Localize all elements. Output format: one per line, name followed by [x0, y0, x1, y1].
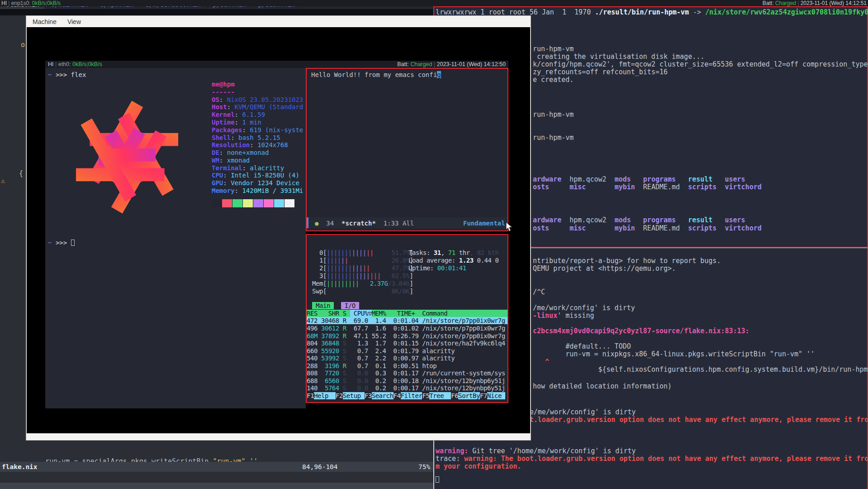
guest-emacs-major-mode: Fundamental	[463, 220, 505, 227]
guest-emacs-window[interactable]	[306, 68, 508, 231]
text-segment	[348, 257, 392, 264]
function-key-bar: F1Help F2Setup F3SearchF4FilterF5Tree F6…	[307, 392, 505, 399]
margin-glyph: o	[21, 41, 25, 49]
key-button[interactable]: Nice	[487, 392, 505, 399]
host-network-status: HI | enp1s0: 0kB/s|0kB/s	[1, 0, 61, 6]
stats-line: Load average: 1.23 0.44 0	[408, 257, 498, 264]
stats-line: Uptime: 00:01:41	[408, 264, 466, 272]
text-segment: flex	[67, 71, 86, 78]
text-segment: 6560	[325, 377, 343, 384]
fetch-separator: :	[219, 157, 227, 164]
fetch-line: Kernel: 6.1.59	[212, 111, 265, 118]
fetch-value: alacritty	[250, 164, 284, 172]
key-button[interactable]: F4	[394, 392, 401, 399]
process-row: 140 5764 S 0.0 0.2 0:00.17 /nix/store/12…	[307, 384, 505, 392]
fetch-value: NixOS 23.05.20231023	[227, 96, 304, 103]
text-segment: 26.0%	[392, 257, 410, 264]
text-segment: ||	[366, 249, 374, 256]
process-row: 496 30612 R 67.7 1.6 0:01.02 /nix/store/…	[307, 325, 505, 332]
fetch-line: Shell: bash 5.2.15	[212, 134, 280, 141]
qemu-menu-bar: MachineView	[26, 16, 531, 27]
text-segment	[359, 280, 370, 287]
fetch-value: Intel i5-8250U (4)	[231, 172, 299, 179]
text-segment: |||	[370, 272, 381, 279]
text-segment: 00:01:41	[437, 264, 466, 272]
text-segment: 0.0	[357, 384, 368, 392]
text-segment: thr	[455, 249, 470, 256]
key-button[interactable]: Main	[312, 302, 334, 309]
process-row: 688 6560 S 0.0 0.2 0:00.18 /nix/store/12…	[307, 377, 505, 384]
terminal-line: how detailed location information)	[533, 383, 672, 390]
text-segment	[71, 240, 75, 246]
palette-swatch	[243, 199, 253, 207]
process-row: 804 36848 S 1.3 1.7 0:01.15 /nix/store/h…	[307, 340, 505, 347]
text-segment: 288	[307, 362, 325, 369]
key-button[interactable]: F5	[422, 392, 429, 399]
text-segment: 0.7 0.1 0:00.51 htop	[346, 362, 436, 369]
terminal-line: run-hpm-vm	[533, 134, 574, 142]
text-segment	[549, 183, 569, 191]
key-button[interactable]: F2	[336, 392, 343, 399]
process-row: 808 7720 S 0.0 0.3 0:01.17 /run/current-…	[307, 369, 505, 377]
fetch-label: CPU	[212, 172, 223, 179]
text-segment	[374, 249, 392, 256]
fetch-line: Packages: 619 (nix-syste	[212, 126, 303, 134]
fetch-label: Kernel	[212, 111, 235, 118]
key-button[interactable]: F1	[307, 392, 314, 399]
text-segment: README.md	[635, 183, 688, 191]
text-segment: ||||	[356, 272, 370, 279]
cpu-meter: 3[||||||||||||||| 62.5%]	[312, 272, 413, 279]
key-button[interactable]: F3	[365, 392, 372, 399]
key-button[interactable]: Tree	[429, 392, 451, 399]
fetch-value: 1 min	[242, 119, 261, 126]
guest-battery-clock: Batt: Charged | 2023-11-01 (Wed) 14:12:5…	[397, 61, 506, 68]
text-segment: R	[343, 325, 346, 332]
text-segment: how detailed location information)	[533, 382, 672, 390]
fetch-separator: :	[223, 172, 231, 179]
key-button[interactable]: Setup	[343, 392, 365, 399]
fetch-label: Uptime	[212, 119, 235, 126]
key-button[interactable]: F6	[451, 392, 458, 399]
guest-status-bar: HI | eth0: 0kB/s|0kB/s Batt: Charged | 2…	[45, 61, 508, 68]
menu-view[interactable]: View	[63, 16, 85, 27]
key-button[interactable]: SortBy	[458, 392, 480, 399]
palette-swatch	[222, 199, 232, 207]
text-segment: |	[55, 61, 58, 67]
text-segment: >>>	[56, 239, 67, 246]
text-segment: run-vm = nixpkgs.x86_64-linux.pkgs.write…	[533, 350, 815, 358]
key-button[interactable]: I/O	[341, 302, 359, 309]
text-segment: #default... TODO	[533, 342, 631, 350]
fetch-label: Resolution	[212, 141, 250, 149]
text-segment: 37892	[321, 332, 343, 340]
text-segment: Uptime:	[408, 264, 437, 272]
key-button[interactable]: Help	[314, 392, 336, 399]
text-segment: ntribute/report-a-bug> for how to report…	[533, 257, 721, 265]
cpu-meter: 2[|||||||||||| 47.7%]	[312, 264, 413, 272]
text-segment: 2[	[312, 264, 327, 272]
text-segment: 140	[307, 384, 325, 392]
text-segment: Charged	[775, 0, 796, 6]
text-segment: hpm.qcow2	[561, 175, 614, 183]
fetch-label: me@hpm	[212, 81, 235, 88]
fetch-label: GPU	[212, 179, 223, 187]
text-segment: ]	[409, 280, 413, 287]
text-segment: misc	[569, 183, 586, 191]
text-segment: Hello World!! from my emacs confi	[311, 71, 437, 78]
text-segment: osts	[533, 183, 549, 191]
key-button[interactable]: F7	[480, 392, 487, 399]
terminal-line: run-hpm-vm	[533, 111, 574, 119]
menu-machine[interactable]: Machine	[28, 16, 61, 27]
key-button[interactable]: Search	[372, 392, 394, 399]
text-segment: 808	[307, 369, 325, 377]
key-button[interactable]: Filter	[401, 392, 422, 399]
modeline-text: ● 34 *scratch* 1:33 All	[315, 220, 414, 227]
text-segment: S	[343, 355, 346, 362]
text-segment: 0kB/s	[32, 0, 46, 6]
terminal-line: osts misc mybin README.md scripts virtch…	[533, 183, 762, 191]
cpu-meter: Mem[||||||||| 2.37G/3.84G]	[312, 280, 413, 287]
text-segment: 3[	[312, 272, 327, 279]
text-segment: >>>	[56, 71, 67, 78]
fetch-separator: :	[231, 134, 238, 141]
text-segment: g	[437, 71, 441, 78]
terminal-line: zy_refcounts=off refcount_bits=16	[533, 68, 668, 76]
